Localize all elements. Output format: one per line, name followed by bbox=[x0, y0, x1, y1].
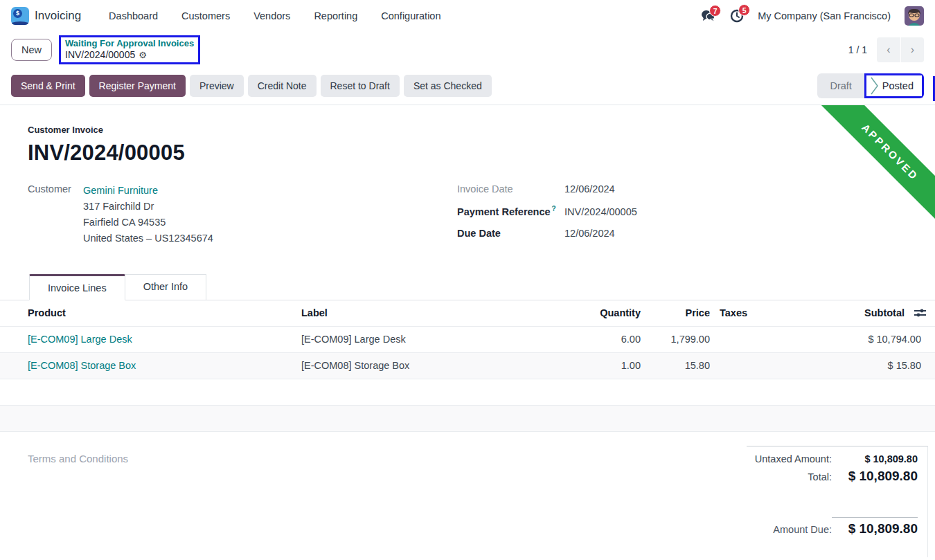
help-icon[interactable]: ? bbox=[552, 205, 556, 213]
customer-link[interactable]: Gemini Furniture bbox=[83, 185, 158, 196]
dollar-coin-icon: $ bbox=[13, 9, 22, 18]
gear-icon[interactable]: ⚙ bbox=[139, 50, 147, 61]
sliders-icon bbox=[914, 308, 926, 318]
tab-other-info[interactable]: Other Info bbox=[125, 274, 206, 300]
customer-address-line: 317 Fairchild Dr bbox=[83, 199, 213, 214]
top-navbar: $ Invoicing Dashboard Customers Vendors … bbox=[0, 0, 935, 32]
menu-vendors[interactable]: Vendors bbox=[253, 10, 290, 21]
untaxed-amount-row: Untaxed Amount: $ 10,809.80 bbox=[747, 453, 918, 464]
total-row: Total: $ 10,809.80 bbox=[747, 469, 918, 484]
price-cell[interactable]: 1,799.00 bbox=[641, 334, 710, 345]
column-taxes[interactable]: Taxes bbox=[710, 307, 800, 318]
register-payment-button[interactable]: Register Payment bbox=[89, 75, 186, 97]
customer-address-line: Fairfield CA 94535 bbox=[83, 215, 213, 230]
due-date-row: Due Date 12/06/2024 bbox=[457, 228, 900, 239]
breadcrumb-parent-link[interactable]: Waiting For Approval Invoices bbox=[65, 38, 194, 49]
main-menu: Dashboard Customers Vendors Reporting Co… bbox=[109, 10, 440, 21]
product-link[interactable]: [E-COM09] Large Desk bbox=[28, 334, 301, 345]
activities-button[interactable]: 5 bbox=[730, 9, 744, 23]
optional-columns-button[interactable] bbox=[905, 308, 935, 318]
app-name[interactable]: Invoicing bbox=[35, 9, 81, 23]
header-fields: Customer Gemini Furniture 317 Fairchild … bbox=[28, 183, 935, 249]
messages-badge: 7 bbox=[709, 5, 721, 17]
column-subtotal[interactable]: Subtotal bbox=[800, 307, 905, 318]
subtotal-cell: $ 15.80 bbox=[800, 360, 935, 371]
menu-configuration[interactable]: Configuration bbox=[381, 10, 440, 21]
untaxed-amount-value: $ 10,809.80 bbox=[832, 453, 918, 464]
invoice-form-sheet: APPROVED Customer Invoice INV/2024/00005… bbox=[0, 105, 935, 560]
amount-due-value: $ 10,809.80 bbox=[832, 517, 918, 536]
total-label: Total: bbox=[808, 471, 832, 482]
quantity-cell[interactable]: 1.00 bbox=[544, 360, 641, 371]
status-posted[interactable]: Posted bbox=[864, 73, 924, 98]
column-label[interactable]: Label bbox=[301, 307, 544, 318]
document-type-label: Customer Invoice bbox=[28, 125, 935, 135]
statusbar: Draft Posted bbox=[817, 73, 924, 98]
pager-next-button[interactable]: › bbox=[900, 37, 924, 62]
messages-button[interactable]: 7 bbox=[701, 10, 716, 22]
price-cell[interactable]: 15.80 bbox=[641, 360, 710, 371]
payment-reference-value[interactable]: INV/2024/00005 bbox=[564, 206, 637, 217]
control-panel: New Waiting For Approval Invoices INV/20… bbox=[0, 32, 935, 66]
empty-row[interactable] bbox=[0, 379, 935, 406]
pager: 1 / 1 ‹ › bbox=[848, 37, 924, 62]
product-link[interactable]: [E-COM08] Storage Box bbox=[28, 360, 301, 371]
breadcrumb-current: INV/2024/00005 ⚙ bbox=[65, 49, 194, 62]
user-avatar[interactable] bbox=[905, 6, 924, 26]
invoicing-app-icon: $ bbox=[11, 7, 29, 25]
terms-placeholder[interactable]: Terms and Conditions bbox=[28, 453, 128, 557]
invoice-date-label: Invoice Date bbox=[457, 183, 564, 195]
totals-block: Untaxed Amount: $ 10,809.80 Total: $ 10,… bbox=[747, 446, 928, 557]
menu-customers[interactable]: Customers bbox=[181, 10, 230, 21]
due-date-value[interactable]: 12/06/2024 bbox=[564, 228, 615, 239]
navbar-systray: 7 5 My Company (San Francisco) bbox=[701, 6, 924, 26]
action-bar: Send & Print Register Payment Preview Cr… bbox=[0, 66, 935, 105]
invoice-lines-table: Product Label Quantity Price Taxes Subto… bbox=[0, 300, 935, 432]
subtotal-cell: $ 10,794.00 bbox=[800, 334, 935, 345]
table-header-row: Product Label Quantity Price Taxes Subto… bbox=[0, 300, 935, 327]
label-cell[interactable]: [E-COM09] Large Desk bbox=[301, 334, 544, 345]
column-quantity[interactable]: Quantity bbox=[544, 307, 641, 318]
reset-to-draft-button[interactable]: Reset to Draft bbox=[321, 75, 400, 97]
chevron-right-icon bbox=[871, 77, 878, 95]
new-button[interactable]: New bbox=[11, 39, 52, 61]
amount-due-label: Amount Due: bbox=[773, 524, 832, 535]
column-price[interactable]: Price bbox=[641, 307, 710, 318]
empty-row[interactable] bbox=[0, 406, 935, 432]
menu-reporting[interactable]: Reporting bbox=[314, 10, 357, 21]
invoice-date-row: Invoice Date 12/06/2024 bbox=[457, 183, 900, 195]
payment-reference-label: Payment Reference? bbox=[457, 205, 564, 217]
column-product[interactable]: Product bbox=[28, 307, 301, 318]
quantity-cell[interactable]: 6.00 bbox=[544, 334, 641, 345]
invoice-number-title: INV/2024/00005 bbox=[28, 141, 935, 165]
preview-button[interactable]: Preview bbox=[190, 75, 244, 97]
customer-address-line: United States – US12345674 bbox=[83, 231, 213, 246]
amount-due-row: Amount Due: $ 10,809.80 bbox=[747, 517, 918, 536]
customer-label: Customer bbox=[28, 183, 83, 249]
send-print-button[interactable]: Send & Print bbox=[11, 75, 85, 97]
payment-reference-row: Payment Reference? INV/2024/00005 bbox=[457, 205, 900, 217]
status-draft[interactable]: Draft bbox=[817, 73, 864, 98]
notebook-tabs: Invoice Lines Other Info bbox=[29, 274, 935, 300]
tab-invoice-lines[interactable]: Invoice Lines bbox=[29, 274, 125, 300]
breadcrumb: Waiting For Approval Invoices INV/2024/0… bbox=[59, 35, 200, 65]
total-value: $ 10,809.80 bbox=[832, 469, 918, 484]
company-menu[interactable]: My Company (San Francisco) bbox=[758, 10, 891, 21]
avatar-image bbox=[905, 6, 924, 26]
app-switcher[interactable]: $ Invoicing bbox=[11, 7, 81, 25]
pager-previous-button[interactable]: ‹ bbox=[877, 37, 900, 62]
set-as-checked-button[interactable]: Set as Checked bbox=[404, 75, 492, 97]
label-cell[interactable]: [E-COM08] Storage Box bbox=[301, 360, 544, 371]
table-row[interactable]: [E-COM08] Storage Box [E-COM08] Storage … bbox=[0, 353, 935, 379]
due-date-label: Due Date bbox=[457, 228, 564, 239]
activities-badge: 5 bbox=[738, 4, 750, 16]
pager-count: 1 / 1 bbox=[848, 44, 867, 55]
invoice-date-value[interactable]: 12/06/2024 bbox=[564, 183, 615, 195]
untaxed-amount-label: Untaxed Amount: bbox=[755, 453, 832, 464]
sheet-footer: Terms and Conditions Untaxed Amount: $ 1… bbox=[28, 446, 935, 557]
credit-note-button[interactable]: Credit Note bbox=[248, 75, 317, 97]
menu-dashboard[interactable]: Dashboard bbox=[109, 10, 158, 21]
table-row[interactable]: [E-COM09] Large Desk [E-COM09] Large Des… bbox=[0, 327, 935, 353]
